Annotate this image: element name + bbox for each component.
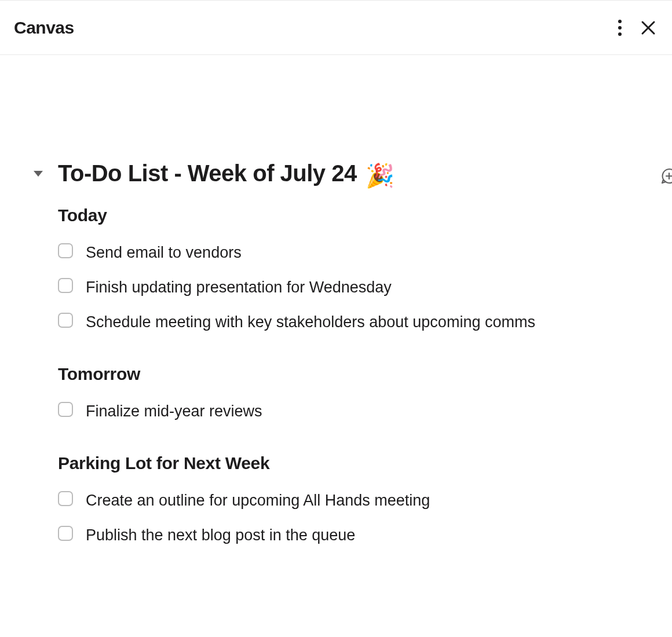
checkbox[interactable]	[58, 243, 73, 258]
list-item[interactable]: Create an outline for upcoming All Hands…	[58, 484, 614, 518]
caret-down-icon	[34, 170, 43, 177]
checklist-parking-lot: Create an outline for upcoming All Hands…	[58, 484, 614, 553]
svg-marker-5	[34, 171, 43, 177]
svg-point-1	[618, 26, 622, 30]
comment-plus-icon	[660, 167, 672, 185]
close-button[interactable]	[638, 18, 658, 38]
header-actions	[615, 17, 658, 39]
canvas-title: Canvas	[14, 18, 74, 38]
checkbox[interactable]	[58, 278, 73, 293]
checkbox[interactable]	[58, 313, 73, 328]
list-item[interactable]: Publish the next blog post in the queue	[58, 518, 614, 553]
checklist-tomorrow: Finalize mid-year reviews	[58, 394, 614, 429]
collapse-toggle[interactable]	[34, 170, 43, 177]
section-heading-parking-lot[interactable]: Parking Lot for Next Week	[58, 453, 614, 473]
section-heading-tomorrow[interactable]: Tomorrow	[58, 364, 614, 384]
close-icon	[641, 20, 656, 35]
document-title[interactable]: To-Do List - Week of July 24 🎉	[58, 159, 395, 189]
checklist-item-text: Finish updating presentation for Wednesd…	[86, 276, 392, 299]
checklist-item-text: Create an outline for upcoming All Hands…	[86, 489, 430, 512]
document-title-text: To-Do List - Week of July 24	[58, 159, 357, 187]
add-comment-button[interactable]	[660, 167, 672, 185]
party-popper-icon: 🎉	[366, 163, 395, 188]
checklist-item-text: Schedule meeting with key stakeholders a…	[86, 311, 535, 334]
checkbox[interactable]	[58, 491, 73, 506]
list-item[interactable]: Finalize mid-year reviews	[58, 394, 614, 429]
list-item[interactable]: Send email to vendors	[58, 236, 614, 270]
more-options-button[interactable]	[615, 17, 624, 39]
document-title-row: To-Do List - Week of July 24 🎉	[58, 159, 614, 189]
svg-point-2	[618, 32, 622, 36]
checklist-item-text: Publish the next blog post in the queue	[86, 524, 355, 547]
list-item[interactable]: Finish updating presentation for Wednesd…	[58, 270, 614, 305]
kebab-icon	[618, 19, 622, 36]
svg-point-0	[618, 20, 622, 23]
section-heading-today[interactable]: Today	[58, 206, 614, 225]
canvas-body: To-Do List - Week of July 24 🎉 Today Sen…	[0, 55, 672, 576]
checkbox[interactable]	[58, 526, 73, 541]
list-item[interactable]: Schedule meeting with key stakeholders a…	[58, 305, 614, 340]
checkbox[interactable]	[58, 402, 73, 417]
checklist-item-text: Send email to vendors	[86, 241, 242, 265]
checklist-item-text: Finalize mid-year reviews	[86, 400, 262, 423]
checklist-today: Send email to vendors Finish updating pr…	[58, 236, 614, 340]
canvas-header: Canvas	[0, 0, 672, 55]
